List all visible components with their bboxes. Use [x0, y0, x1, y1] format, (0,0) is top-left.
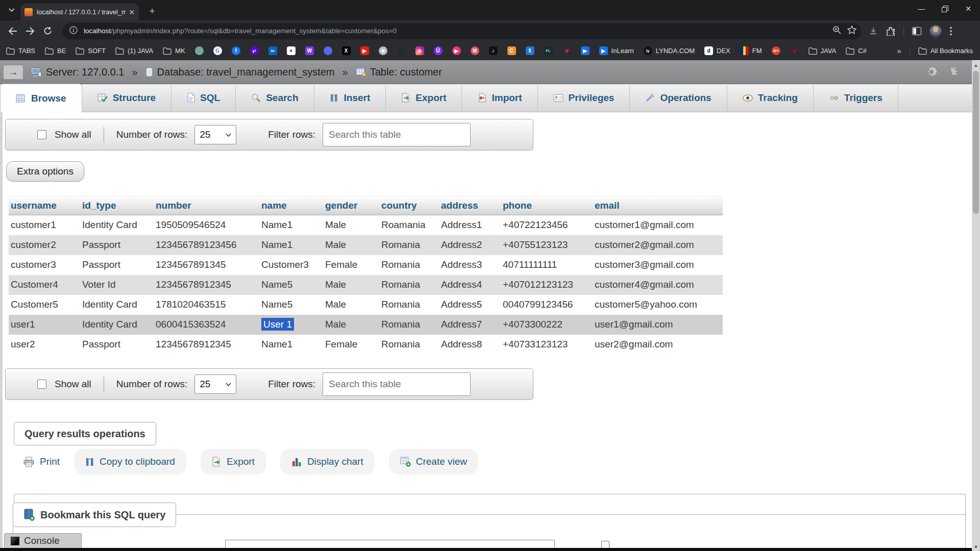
cell-address[interactable]: Address1 — [439, 215, 501, 235]
column-header-email[interactable]: email — [593, 196, 723, 215]
cell-gender[interactable]: Male — [323, 275, 379, 295]
number-of-rows-select[interactable]: 25 — [194, 374, 236, 394]
cell-gender[interactable]: Male — [323, 315, 379, 335]
tab-search-chevron-icon[interactable] — [5, 5, 18, 15]
filter-rows-input-top[interactable] — [323, 123, 471, 146]
cell-country[interactable]: Romania — [379, 335, 439, 355]
collapse-panel-icon[interactable] — [946, 66, 959, 78]
cell-address[interactable]: Address4 — [439, 275, 501, 295]
bookmark-lynda[interactable]: lyLYNDA.COM — [644, 46, 695, 55]
column-header-username[interactable]: username — [9, 196, 80, 215]
bookmark-folder-be[interactable]: BE — [45, 47, 66, 55]
cell-number[interactable]: 12345678912345 — [154, 335, 259, 355]
cell-address[interactable]: Address3 — [439, 255, 501, 275]
cell-number[interactable]: 0600415363524 — [154, 315, 259, 335]
cell-phone[interactable]: +40755123123 — [501, 235, 593, 255]
cell-country[interactable]: Romania — [379, 255, 439, 275]
restore-button[interactable] — [933, 0, 957, 17]
cell-id_type[interactable]: Passport — [80, 335, 154, 355]
side-panel-icon[interactable] — [912, 27, 921, 35]
bookmark-folder-java[interactable]: JAVA — [808, 47, 837, 55]
table-row[interactable]: customer2Passport123456789123456Name1Mal… — [9, 235, 723, 255]
bookmark-folder-csharp[interactable]: C# — [846, 47, 867, 55]
cell-phone[interactable]: +40722123456 — [501, 215, 593, 235]
download-icon[interactable] — [869, 27, 878, 36]
table-row[interactable]: user1Identity Card0600415363524User 1Mal… — [9, 315, 723, 335]
cell-id_type[interactable]: Passport — [80, 235, 154, 255]
cell-gender[interactable]: Male — [323, 235, 379, 255]
tab-insert[interactable]: Insert — [314, 84, 386, 112]
new-tab-button[interactable]: + — [146, 5, 158, 17]
bookmark-v-heart[interactable]: ♥ — [790, 46, 799, 55]
cell-country[interactable]: Romania — [379, 235, 439, 255]
bookmark-github[interactable] — [397, 46, 406, 55]
cell-number[interactable]: 1950509546524 — [154, 215, 259, 235]
cell-address[interactable]: Address8 — [439, 335, 501, 355]
tab-sql[interactable]: SQL — [172, 84, 236, 112]
bookmark-ws-app[interactable]: W — [305, 46, 314, 55]
bookmark-yahoo[interactable]: y! — [250, 46, 259, 55]
copy-to-clipboard-button[interactable]: Copy to clipboard — [74, 449, 186, 474]
bookmark-pause-app[interactable]: II — [287, 46, 296, 55]
tab-operations[interactable]: Operations — [630, 84, 727, 112]
table-row[interactable]: customer3Passport1234567891345Customer3F… — [9, 255, 723, 275]
cell-phone[interactable]: 0040799123456 — [501, 295, 593, 315]
cell-phone[interactable]: 40711111111 — [501, 255, 593, 275]
extra-options-button[interactable]: Extra options — [6, 161, 84, 182]
bookmark-trello[interactable]: ‖ — [526, 46, 534, 55]
tab-privileges[interactable]: Privileges — [538, 84, 630, 112]
scroll-up-arrow-icon[interactable]: ▲ — [972, 61, 980, 69]
number-of-rows-select[interactable]: 25 — [194, 125, 236, 144]
cell-country[interactable]: Romania — [379, 315, 439, 335]
tab-search[interactable]: Search — [236, 84, 314, 112]
url-bar[interactable]: localhost/phpmyadmin/index.php?route=/sq… — [62, 23, 862, 39]
cell-phone[interactable]: +407012123123 — [501, 275, 593, 295]
bookmark-inlearn[interactable]: ▶InLearn — [599, 46, 634, 55]
breadcrumb-database[interactable]: Database: travel_management_system — [145, 66, 335, 78]
breadcrumb-table[interactable]: Table: customer — [356, 66, 442, 78]
back-icon[interactable] — [4, 22, 21, 40]
tab-browse[interactable]: Browse — [0, 84, 82, 112]
cell-email[interactable]: customer2@gmail.com — [593, 235, 723, 255]
bookmark-blue-play[interactable]: ▶ — [581, 46, 590, 55]
show-all-checkbox[interactable] — [37, 130, 46, 139]
bookmark-folder-mk[interactable]: MK — [163, 47, 185, 55]
cell-username[interactable]: user1 — [9, 315, 80, 335]
bookmark-x-twitter[interactable]: X — [342, 46, 351, 55]
cell-username[interactable]: customer1 — [9, 215, 80, 235]
cell-number[interactable]: 1234567891345 — [154, 255, 259, 275]
cell-name[interactable]: Name1 — [259, 215, 323, 235]
export-button[interactable]: Export — [201, 449, 266, 474]
cell-address[interactable]: Address5 — [439, 295, 501, 315]
cell-email[interactable]: customer3@gmail.com — [593, 255, 723, 275]
cell-phone[interactable]: +4073300222 — [501, 315, 593, 335]
filter-rows-input-bottom[interactable] — [323, 372, 471, 396]
bookmark-heart[interactable]: ♥ — [562, 46, 571, 55]
cell-number[interactable]: 1781020463515 — [154, 295, 259, 315]
bookmarks-overflow-chevron[interactable]: » — [897, 46, 901, 55]
cell-email[interactable]: user1@gmail.com — [593, 315, 723, 335]
cell-name[interactable]: Name1 — [259, 335, 323, 355]
bookmark-medium-m[interactable]: M — [471, 46, 479, 55]
tab-export[interactable]: Export — [386, 84, 462, 112]
cell-email[interactable]: user2@gmail.com — [593, 335, 723, 355]
tab-close-icon[interactable]: ✕ — [129, 8, 135, 16]
forward-icon[interactable] — [21, 22, 39, 40]
page-scrollbar[interactable]: ▲ ▼ — [972, 61, 980, 551]
cell-email[interactable]: customer4@gmail.com — [593, 275, 723, 295]
bookmark-gplus[interactable]: G+ — [772, 46, 780, 55]
browser-tab[interactable]: localhost / 127.0.0.1 / travel_ma ✕ — [20, 4, 139, 20]
column-header-address[interactable]: address — [439, 196, 501, 215]
bookmark-folder-tabs[interactable]: TABS — [6, 47, 35, 55]
cell-id_type[interactable]: Identity Card — [80, 295, 154, 315]
cell-number[interactable]: 12345678912345 — [154, 275, 259, 295]
column-header-country[interactable]: country — [379, 196, 439, 215]
tab-tracking[interactable]: Tracking — [727, 84, 814, 112]
cell-gender[interactable]: Female — [323, 335, 379, 355]
extensions-puzzle-icon[interactable] — [886, 27, 895, 36]
cell-address[interactable]: Address7 — [439, 315, 501, 335]
zoom-page-icon[interactable] — [832, 26, 841, 36]
cell-address[interactable]: Address2 — [439, 235, 501, 255]
bookmark-folder-soft[interactable]: SOFT — [76, 47, 106, 55]
table-row[interactable]: customer1Identity Card1950509546524Name1… — [9, 215, 723, 235]
